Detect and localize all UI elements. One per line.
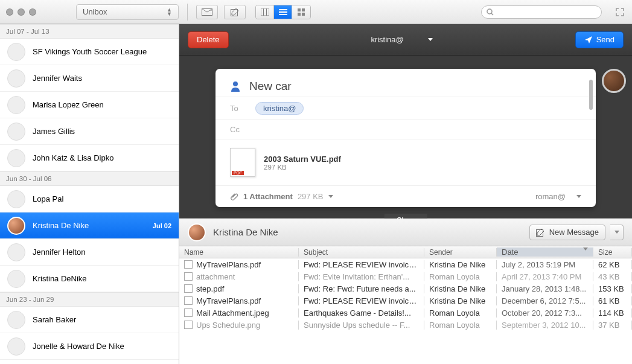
avatar — [7, 149, 25, 167]
table-row[interactable]: MyTravelPlans.pdfFwd: PLEASE REVIEW invo… — [179, 258, 632, 270]
content-area: Delete kristina@ Send New car — [179, 24, 632, 364]
date-separator: Jun 23 - Jun 29 — [0, 292, 179, 307]
sidebar-item[interactable]: Jonelle & Howard De Nike — [0, 333, 179, 360]
file-name: step.pdf — [196, 284, 224, 293]
pdf-thumbnail-icon[interactable] — [230, 148, 255, 177]
person-name: Kristina De Nike — [213, 227, 278, 237]
avatar — [7, 217, 25, 235]
new-message-dropdown[interactable] — [610, 225, 624, 240]
sort-desc-icon — [583, 247, 588, 251]
file-name: attachment — [196, 272, 235, 281]
view-mode-grid[interactable] — [292, 5, 310, 19]
row-size: 62 KB — [593, 260, 632, 269]
item-date: Jul 02 — [153, 222, 171, 229]
contact-name: Lopa Pal — [33, 194, 171, 203]
compose-card: New car To kristina@ Cc 2003 Saturn VUE.… — [215, 69, 596, 207]
contact-name: Sarah Baker — [33, 315, 171, 324]
sidebar-item[interactable]: Kristina De NikeJul 02 — [0, 212, 179, 239]
svg-rect-9 — [302, 8, 305, 11]
sender-avatar[interactable] — [602, 69, 626, 93]
contact-name: Jonelle & Howard De Nike — [33, 342, 171, 351]
sidebar-item[interactable]: Sarah Baker — [0, 307, 179, 333]
column-date[interactable]: Date — [497, 247, 593, 257]
compose-button[interactable] — [224, 5, 246, 19]
row-date: January 28, 2013 1:48... — [497, 284, 593, 293]
row-sender: Roman Loyola — [424, 321, 497, 330]
file-icon — [184, 308, 193, 317]
header-recipient[interactable]: kristina@ — [229, 35, 575, 44]
chevron-down-icon[interactable] — [328, 195, 333, 198]
to-label: To — [230, 104, 248, 113]
minimize-window-icon[interactable] — [18, 8, 25, 16]
chevron-updown-icon: ▲▼ — [167, 8, 172, 16]
row-size: 61 KB — [593, 296, 632, 305]
compose-area: New car To kristina@ Cc 2003 Saturn VUE.… — [179, 56, 632, 207]
to-row: To kristina@ — [215, 97, 596, 120]
paperclip-icon[interactable] — [230, 193, 238, 201]
row-sender: Kristina De Nike — [424, 284, 497, 293]
close-window-icon[interactable] — [6, 8, 13, 16]
titlebar: Unibox ▲▼ — [0, 0, 632, 24]
chevron-down-icon[interactable] — [576, 195, 581, 198]
sidebar-item[interactable]: Marisa Lopez Green — [0, 92, 179, 118]
sidebar-item[interactable]: Jennifer Helton — [0, 239, 179, 266]
date-separator: Jun 30 - Jul 06 — [0, 171, 179, 186]
scrollbar[interactable] — [589, 80, 593, 110]
row-size: 153 KB — [593, 284, 632, 293]
subject-field[interactable]: New car — [249, 80, 292, 93]
account-switcher-dropdown[interactable]: Unibox ▲▼ — [76, 4, 179, 20]
svg-rect-2 — [261, 8, 269, 16]
table-row[interactable]: Mail Attachment.jpegEarthquakes Game - D… — [179, 307, 632, 319]
sidebar-item[interactable]: John Katz & Lisa Dipko — [0, 145, 179, 171]
to-recipient-token[interactable]: kristina@ — [255, 102, 304, 115]
new-message-label: New Message — [549, 228, 599, 237]
from-account-dropdown[interactable]: roman@ — [535, 192, 566, 201]
contact-name: Jennifer Waits — [33, 74, 171, 83]
zoom-window-icon[interactable] — [29, 8, 36, 16]
cc-row[interactable]: Cc — [215, 120, 596, 139]
send-button[interactable]: Send — [575, 31, 624, 48]
svg-rect-8 — [298, 8, 301, 11]
delete-button[interactable]: Delete — [188, 31, 229, 48]
column-name[interactable]: Name — [179, 248, 299, 257]
table-row[interactable]: Ups Schedule.pngSunnyside Ups schedule -… — [179, 319, 632, 331]
contact-name: Kristina De Nike — [33, 221, 145, 230]
app-name: Unibox — [83, 7, 107, 16]
inbox-button[interactable] — [196, 5, 218, 19]
fullscreen-icon[interactable] — [614, 6, 626, 18]
svg-line-13 — [491, 13, 493, 15]
sidebar-item[interactable]: SF Vikings Youth Soccer League — [0, 39, 179, 65]
search-input[interactable] — [481, 5, 602, 19]
attachment-count: 1 Attachment — [243, 192, 293, 201]
attachment-row: 2003 Saturn VUE.pdf 297 KB — [215, 139, 596, 185]
file-icon — [184, 272, 193, 281]
file-name: MyTravelPlans.pdf — [196, 260, 261, 269]
sidebar-item[interactable]: Jennifer Waits — [0, 65, 179, 92]
person-avatar[interactable] — [188, 223, 206, 241]
sidebar-item[interactable]: James Gillis — [0, 118, 179, 145]
column-sender[interactable]: Sender — [424, 248, 497, 257]
sidebar: Jul 07 - Jul 13SF Vikings Youth Soccer L… — [0, 24, 179, 364]
table-header: Name Subject Sender Date Size — [179, 246, 632, 258]
sidebar-item[interactable]: Lopa Pal — [0, 186, 179, 212]
column-subject[interactable]: Subject — [299, 248, 424, 257]
table-row[interactable]: step.pdfFwd: Re: Fwd: Future needs a...K… — [179, 283, 632, 295]
file-icon — [184, 321, 193, 329]
row-date: October 20, 2012 7:3... — [497, 308, 593, 318]
row-date: July 2, 2013 5:19 PM — [497, 260, 593, 269]
panel-header: Kristina De Nike New Message — [179, 219, 632, 246]
view-mode-columns[interactable] — [256, 5, 274, 19]
file-name: Ups Schedule.png — [196, 321, 260, 330]
sidebar-item[interactable]: Kristina DeNike — [0, 266, 179, 292]
new-message-button[interactable]: New Message — [529, 225, 605, 240]
table-row[interactable]: MyTravelPlans.pdfFwd: PLEASE REVIEW invo… — [179, 295, 632, 307]
attachment-filename: 2003 Saturn VUE.pdf — [264, 155, 341, 164]
view-mode-segmented — [255, 5, 311, 19]
row-subject: Fwd: PLEASE REVIEW invoice... — [299, 260, 424, 269]
contact-name: Jennifer Helton — [33, 247, 171, 257]
table-row[interactable]: attachmentFwd: Evite Invitation: Erthan'… — [179, 270, 632, 283]
view-mode-list[interactable] — [274, 5, 292, 19]
subject-row: New car — [215, 69, 596, 97]
column-size[interactable]: Size — [593, 248, 632, 257]
contact-name: Marisa Lopez Green — [33, 100, 171, 109]
